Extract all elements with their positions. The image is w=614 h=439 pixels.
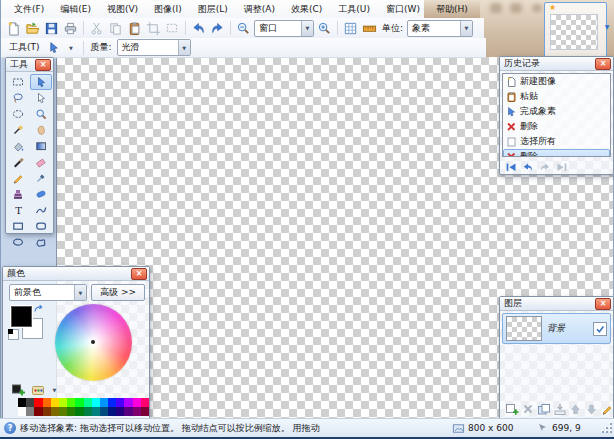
rectangle-tool[interactable] <box>7 218 30 234</box>
crop-to-selection-icon[interactable] <box>145 20 162 36</box>
palette-swatch[interactable] <box>43 407 51 416</box>
undo-icon[interactable] <box>190 20 207 36</box>
palette-swatch[interactable] <box>26 398 34 407</box>
history-item[interactable]: 粘贴 <box>503 89 610 104</box>
ellipse-select-tool[interactable] <box>7 106 30 122</box>
ellipse-tool[interactable] <box>7 234 30 250</box>
move-layer-down-icon[interactable] <box>584 402 599 416</box>
menu-help[interactable]: 帮助(H) <box>429 1 475 18</box>
layer-visibility-checkbox[interactable] <box>593 322 607 336</box>
palette-swatch[interactable] <box>108 407 116 416</box>
close-icon[interactable] <box>131 268 147 280</box>
zoom-level-select[interactable]: 窗口 <box>254 20 314 37</box>
palette-swatch[interactable] <box>84 398 92 407</box>
lasso-select-tool[interactable] <box>7 90 30 106</box>
layers-panel-titlebar[interactable]: 图层 <box>500 297 613 311</box>
history-panel-titlebar[interactable]: 历史记录 <box>500 57 613 71</box>
magic-wand-tool[interactable] <box>7 122 30 138</box>
history-item[interactable]: 选择所有 <box>503 134 610 149</box>
rectangle-select-tool[interactable] <box>7 74 30 90</box>
menu-view[interactable]: 视图(V) <box>100 1 145 18</box>
menu-file[interactable]: 文件(F) <box>7 1 51 18</box>
layer-properties-icon[interactable] <box>600 402 614 416</box>
palette-swatch[interactable] <box>59 398 67 407</box>
move-selected-pixels-tool[interactable] <box>30 74 53 90</box>
palette-swatch[interactable] <box>51 398 59 407</box>
palette-swatch[interactable] <box>26 407 34 416</box>
history-item[interactable]: 新建图像 <box>503 74 610 89</box>
advanced-button[interactable]: 高级 >> <box>91 284 145 301</box>
color-picker-tool[interactable] <box>30 170 53 186</box>
paste-icon[interactable] <box>126 20 143 36</box>
zoom-tool[interactable] <box>30 106 53 122</box>
add-layer-icon[interactable] <box>504 402 519 416</box>
copy-icon[interactable] <box>107 20 124 36</box>
colors-panel-titlebar[interactable]: 颜色 <box>3 267 149 281</box>
text-tool[interactable]: T <box>7 202 30 218</box>
open-icon[interactable] <box>24 20 41 36</box>
palette-swatch[interactable] <box>92 407 100 416</box>
merge-layer-down-icon[interactable] <box>552 402 567 416</box>
menu-layers[interactable]: 图层(L) <box>191 1 235 18</box>
rewind-icon[interactable] <box>505 161 517 173</box>
foreground-color-swatch[interactable] <box>11 306 32 327</box>
palette-swatch[interactable] <box>141 398 149 407</box>
paint-bucket-tool[interactable] <box>7 138 30 154</box>
close-icon[interactable] <box>35 59 51 71</box>
tools-panel-titlebar[interactable]: 工具 <box>6 58 53 72</box>
reset-colors-icon[interactable] <box>8 329 19 340</box>
duplicate-layer-icon[interactable] <box>536 402 551 416</box>
palette-swatch[interactable] <box>34 398 42 407</box>
print-icon[interactable] <box>62 20 79 36</box>
gradient-tool[interactable] <box>30 138 53 154</box>
new-icon[interactable] <box>5 20 22 36</box>
history-item[interactable]: 删除 <box>503 149 610 157</box>
save-icon[interactable] <box>43 20 60 36</box>
menu-adjust[interactable]: 调整(A) <box>237 1 282 18</box>
palette-swatch[interactable] <box>116 407 124 416</box>
recolor-tool[interactable] <box>30 186 53 202</box>
palette-swatch[interactable] <box>133 398 141 407</box>
quality-select[interactable]: 光滑 <box>117 39 191 56</box>
delete-layer-icon[interactable] <box>520 402 535 416</box>
move-layer-up-icon[interactable] <box>568 402 583 416</box>
pencil-tool[interactable] <box>7 170 30 186</box>
resize-grip[interactable] <box>602 423 612 433</box>
menu-image[interactable]: 图像(I) <box>147 1 189 18</box>
freeform-shape-tool[interactable] <box>30 234 53 250</box>
palette-swatch[interactable] <box>67 407 75 416</box>
tool-dropdown-icon[interactable] <box>65 41 78 55</box>
palette-swatch[interactable] <box>124 398 132 407</box>
palette-swatch[interactable] <box>34 407 42 416</box>
history-item[interactable]: 删除 <box>503 119 610 134</box>
palette-swatch[interactable] <box>84 407 92 416</box>
palette-swatch[interactable] <box>92 398 100 407</box>
undo-icon[interactable] <box>522 161 534 173</box>
image-thumbnail-tab[interactable]: ★ <box>544 2 607 59</box>
rounded-rectangle-tool[interactable] <box>30 218 53 234</box>
redo-icon[interactable] <box>209 20 226 36</box>
move-selection-tool[interactable] <box>30 90 53 106</box>
palette-swatch[interactable] <box>116 398 124 407</box>
palette-swatch[interactable] <box>108 398 116 407</box>
menu-effects[interactable]: 效果(C) <box>284 1 329 18</box>
color-wheel[interactable] <box>55 304 132 381</box>
deselect-icon[interactable] <box>164 20 181 36</box>
palette-swatch[interactable] <box>43 398 51 407</box>
palette-swatch[interactable] <box>124 407 132 416</box>
menu-edit[interactable]: 编辑(E) <box>53 1 98 18</box>
swap-colors-icon[interactable] <box>33 304 45 316</box>
history-item[interactable]: 完成象素 <box>503 104 610 119</box>
close-icon[interactable] <box>595 298 611 310</box>
grid-icon[interactable] <box>342 20 359 36</box>
palette-swatch[interactable] <box>75 398 83 407</box>
active-tool-icon[interactable] <box>45 40 62 56</box>
palette-swatch[interactable] <box>75 407 83 416</box>
pan-tool[interactable] <box>30 122 53 138</box>
palette-swatch[interactable] <box>100 398 108 407</box>
cut-icon[interactable] <box>88 20 105 36</box>
palette-swatch[interactable] <box>51 407 59 416</box>
zoom-in-icon[interactable] <box>316 20 333 36</box>
clone-stamp-tool[interactable] <box>7 186 30 202</box>
layer-row-background[interactable]: 背景 <box>502 313 611 344</box>
